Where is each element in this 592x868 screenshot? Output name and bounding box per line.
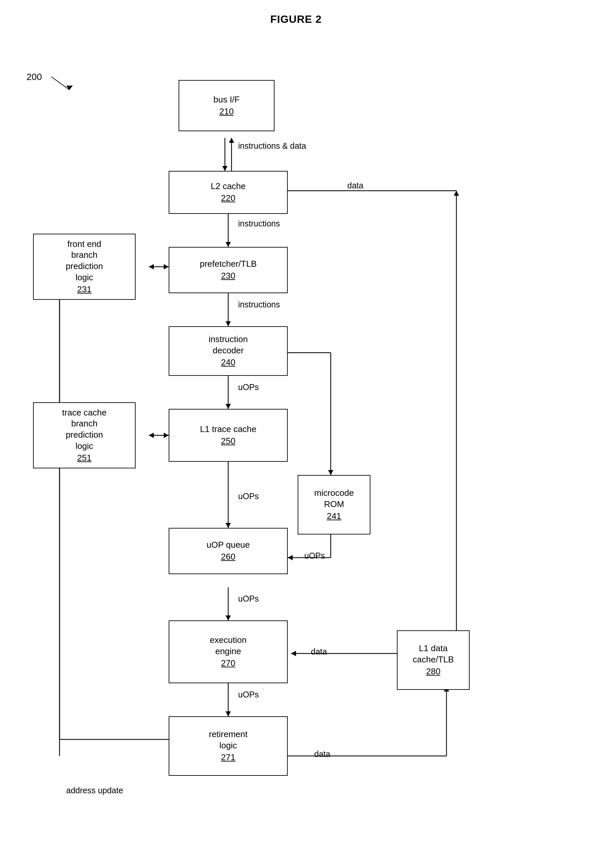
- svg-marker-14: [328, 470, 333, 475]
- ref-label: 200: [27, 72, 42, 82]
- uops5-label: uOPs: [238, 690, 259, 700]
- instructions2-label: instructions: [238, 300, 280, 309]
- svg-marker-21: [226, 616, 231, 620]
- trace-cache-bp-box: trace cache branch prediction logic 251: [33, 402, 136, 468]
- l1-trace-cache-box: L1 trace cache 250: [169, 409, 288, 462]
- svg-line-0: [51, 77, 70, 90]
- svg-marker-3: [222, 166, 228, 171]
- svg-marker-33: [149, 264, 154, 269]
- instruction-decoder-box: instruction decoder 240: [169, 326, 288, 376]
- front-end-bp-box: front end branch prediction logic 231: [33, 234, 136, 300]
- prefetcher-tlb-box: prefetcher/TLB 230: [169, 247, 288, 293]
- svg-marker-34: [164, 264, 169, 269]
- svg-marker-9: [226, 321, 231, 326]
- uops2-label: uOPs: [238, 492, 259, 501]
- uop-queue-box: uOP queue 260: [169, 528, 288, 574]
- svg-marker-38: [149, 433, 154, 438]
- data3-label: data: [314, 749, 330, 759]
- data2-label: data: [347, 181, 364, 190]
- svg-marker-7: [226, 242, 231, 247]
- svg-marker-39: [164, 433, 169, 438]
- svg-marker-30: [454, 191, 459, 196]
- address-update-label: address update: [66, 786, 123, 795]
- execution-engine-box: execution engine 270: [169, 620, 288, 683]
- microcode-rom-box: microcode ROM 241: [297, 475, 370, 534]
- svg-marker-1: [66, 86, 73, 90]
- uops1-label: uOPs: [238, 382, 259, 392]
- svg-marker-17: [288, 555, 293, 560]
- svg-marker-5: [229, 138, 234, 143]
- l2-cache-box: L2 cache 220: [169, 171, 288, 214]
- instructions1-label: instructions: [238, 219, 280, 229]
- l1-data-cache-box: L1 data cache/TLB 280: [397, 630, 470, 690]
- instructions-data-label: instructions & data: [238, 141, 306, 151]
- svg-marker-23: [226, 712, 231, 716]
- data1-label: data: [311, 647, 327, 657]
- page-title: FIGURE 2: [0, 0, 592, 25]
- svg-marker-11: [226, 404, 231, 409]
- uops4-label: uOPs: [238, 594, 259, 604]
- svg-marker-25: [291, 651, 296, 656]
- svg-marker-19: [226, 523, 231, 528]
- bus-if-box: bus I/F 210: [179, 80, 274, 131]
- retirement-logic-box: retirement logic 271: [169, 716, 288, 776]
- uops3-label: uOPs: [304, 551, 325, 561]
